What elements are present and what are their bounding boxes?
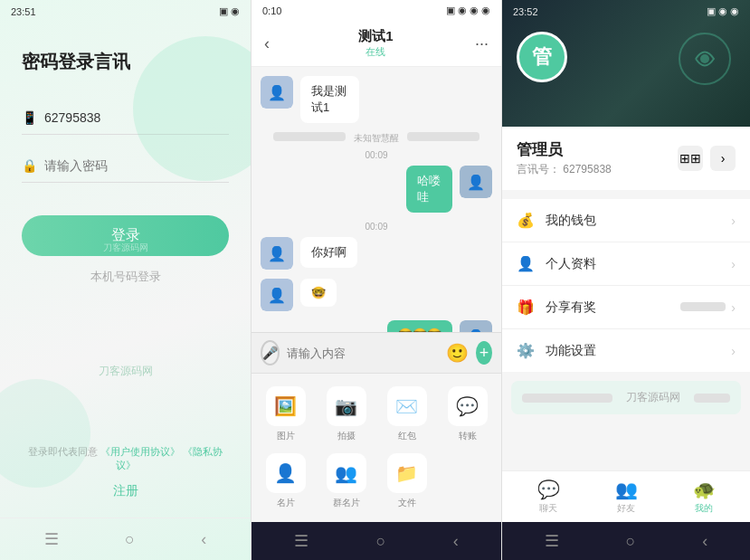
app-logo	[678, 32, 732, 86]
avatar: 👤	[460, 166, 492, 198]
referral-menu-item[interactable]: 🎁 分享有奖 ›	[502, 286, 750, 329]
list-item[interactable]: 📁 文件	[382, 453, 432, 509]
chat-nav-icon: 💬	[537, 479, 560, 500]
extra-item-label: 红包	[398, 430, 416, 442]
profile-id: 言讯号： 62795838	[517, 162, 612, 177]
chat-message-bubble: 我是测试1	[300, 76, 359, 123]
chat-input[interactable]	[287, 346, 439, 360]
profile-avatar: 管	[517, 32, 567, 82]
nav-chat[interactable]: 💬 聊天	[537, 479, 560, 515]
add-media-button[interactable]: +	[476, 341, 492, 365]
menu-badge	[680, 302, 726, 313]
chat-more-button[interactable]: ···	[475, 34, 489, 53]
btn-watermark: 刀客源码网	[103, 242, 148, 254]
table-row: 👤 你好啊	[261, 237, 492, 270]
file-icon: 📁	[387, 453, 427, 493]
list-item[interactable]: ✉️ 红包	[382, 386, 432, 442]
censored-bar	[273, 132, 346, 141]
list-item[interactable]: 📷 拍摄	[321, 386, 371, 442]
user-icon: 👤	[517, 255, 535, 272]
settings-menu-item[interactable]: ⚙️ 功能设置 ›	[502, 329, 750, 372]
nav-friends[interactable]: 👥 好友	[615, 479, 638, 515]
menu-nav-icon[interactable]: ☰	[294, 531, 309, 551]
home-nav-icon[interactable]: ○	[376, 532, 386, 551]
phone-icon: 📱	[22, 110, 37, 125]
chat-header: ‹ 测试1 在线 ···	[252, 21, 501, 67]
profile-bottom-nav: 💬 聊天 👥 好友 🐢 我的	[502, 470, 750, 522]
home-icon[interactable]: ○	[125, 530, 135, 549]
extra-item-label: 转账	[459, 430, 477, 442]
login-status-bar: 23:51 ▣ ◉	[0, 0, 251, 23]
lock-icon: 🔒	[22, 158, 37, 173]
gift-icon: 🎁	[517, 299, 535, 316]
menu-label: 功能设置	[546, 343, 731, 359]
friends-nav-icon: 👥	[615, 479, 638, 500]
banner-watermark: 刀客源码网	[626, 390, 680, 405]
profile-footer-area: 刀客源码网	[502, 372, 750, 470]
back-sys-icon[interactable]: ‹	[702, 532, 707, 551]
profile-info-section: 管理员 言讯号： 62795838 ⊞⊞ ›	[502, 127, 750, 190]
menu-sys-icon[interactable]: ☰	[545, 531, 559, 551]
home-sys-icon[interactable]: ○	[626, 532, 636, 551]
back-nav-icon[interactable]: ‹	[453, 532, 459, 551]
menu-label: 个人资料	[546, 256, 731, 272]
qr-code-button[interactable]: ⊞⊞	[678, 146, 703, 171]
phone-value: 62795838	[44, 110, 100, 125]
extra-grid: 🖼️ 图片 📷 拍摄 ✉️ 红包 💬 转账 👤 名片 👥 群名片	[261, 386, 492, 509]
status-time: 23:51	[11, 6, 36, 17]
chat-message-bubble: 你好啊	[300, 237, 357, 268]
me-nav-icon: 🐢	[693, 479, 716, 500]
profile-header-bg: 23:52 ▣ ◉ ◉ 管	[502, 0, 750, 127]
avatar: 👤	[460, 320, 492, 332]
login-bottom-nav: ☰ ○ ‹	[0, 517, 251, 560]
wallet-icon: 💰	[517, 212, 535, 229]
chat-status-bar: 0:10 ▣ ◉ ◉ ◉	[252, 0, 501, 21]
me-nav-label: 我的	[695, 502, 713, 515]
camera-icon: 📷	[327, 386, 366, 426]
wallet-menu-item[interactable]: 💰 我的钱包 ›	[502, 199, 750, 242]
list-item[interactable]: 💬 转账	[442, 386, 492, 442]
account-id: 62795838	[563, 163, 611, 176]
chat-extra-panel: 🖼️ 图片 📷 拍摄 ✉️ 红包 💬 转账 👤 名片 👥 群名片	[252, 373, 501, 522]
profile-status-time: 23:52	[513, 6, 538, 17]
user-agreement-link[interactable]: 《用户使用协议》	[100, 446, 180, 457]
chat-bottom-nav: ☰ ○ ‹	[252, 522, 501, 560]
share-button[interactable]: ›	[710, 146, 736, 171]
extra-item-label: 图片	[277, 430, 295, 442]
chat-back-button[interactable]: ‹	[264, 34, 270, 53]
chat-header-center: 测试1 在线	[277, 28, 475, 59]
menu-icon[interactable]: ☰	[44, 529, 59, 549]
chat-message-bubble: 😎😎😎	[387, 320, 452, 332]
emoji-button[interactable]: 🙂	[446, 342, 469, 364]
back-icon[interactable]: ‹	[201, 530, 206, 549]
voice-button[interactable]: 🎤	[261, 340, 280, 365]
table-row: 👤 哈喽哇	[261, 166, 492, 213]
svg-point-1	[700, 54, 709, 63]
chat-time-stamp: 00:09	[261, 150, 492, 160]
list-item[interactable]: 👤 名片	[261, 453, 310, 509]
chat-panel: 0:10 ▣ ◉ ◉ ◉ ‹ 测试1 在线 ··· 👤 我是测试1 未知智慧醒 …	[251, 0, 502, 560]
login-button[interactable]: 登录 刀客源码网	[22, 215, 229, 256]
chat-message-bubble: 哈喽哇	[406, 166, 452, 213]
banner-censored	[522, 394, 612, 403]
list-item[interactable]: 👥 群名片	[321, 453, 371, 509]
profile-name: 管理员	[517, 139, 612, 160]
chat-body: 👤 我是测试1 未知智慧醒 00:09 👤 哈喽哇 00:09 �	[252, 67, 501, 332]
profile-info-menu-item[interactable]: 👤 个人资料 ›	[502, 242, 750, 286]
chevron-right-icon: ›	[731, 300, 736, 315]
chat-status-icons: ▣ ◉ ◉ ◉	[446, 5, 490, 16]
chat-input-area: 🎤 🙂 +	[252, 332, 501, 373]
table-row: 👤 😎😎😎	[261, 320, 492, 332]
image-icon: 🖼️	[266, 386, 306, 426]
menu-label: 分享有奖	[546, 299, 680, 316]
avatar: 👤	[261, 279, 293, 311]
phone-login-link[interactable]: 本机号码登录	[22, 269, 229, 285]
list-item[interactable]: 🖼️ 图片	[261, 386, 310, 442]
extra-item-label: 群名片	[333, 497, 360, 509]
account-label: 言讯号：	[517, 163, 560, 176]
group-card-icon: 👥	[327, 453, 366, 493]
chat-status-time: 0:10	[262, 5, 281, 16]
nav-me[interactable]: 🐢 我的	[693, 479, 716, 515]
chevron-right-icon: ›	[731, 214, 736, 228]
extra-item-label: 拍摄	[337, 430, 356, 442]
